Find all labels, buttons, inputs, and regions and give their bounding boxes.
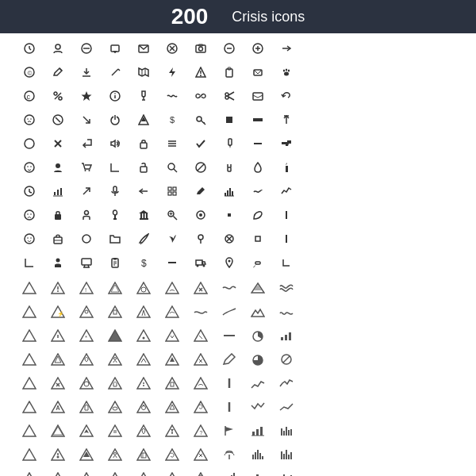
- svg-marker-314: [109, 473, 121, 476]
- icon-lock: [130, 132, 157, 155]
- icon-mtn2: [244, 301, 271, 323]
- svg-point-58: [225, 96, 228, 99]
- svg-marker-209: [109, 330, 121, 341]
- svg-point-129: [30, 213, 32, 215]
- icon-row-17: ?: [16, 419, 460, 443]
- icon-menu: [159, 132, 186, 155]
- icon-piechart: [244, 324, 271, 347]
- svg-rect-163: [82, 259, 91, 265]
- svg-rect-178: [255, 262, 260, 264]
- svg-rect-168: [113, 258, 117, 260]
- svg-point-43: [286, 69, 287, 71]
- svg-line-214: [199, 336, 202, 339]
- icon-warn3: !: [73, 277, 100, 299]
- icon-tri8-e: [130, 467, 157, 476]
- icon-dash2: [159, 251, 186, 274]
- icon-linechart5: [273, 396, 300, 418]
- icon-tri6-e: [130, 420, 157, 442]
- icon-tri3-e: [130, 348, 157, 370]
- icon-line: [273, 204, 300, 226]
- svg-marker-296: [194, 449, 207, 460]
- svg-line-69: [83, 117, 90, 123]
- icon-back: [130, 180, 157, 202]
- icon-clipboard: [216, 61, 243, 83]
- svg-point-148: [25, 234, 34, 244]
- svg-line-28: [118, 69, 120, 71]
- icon-tri2-d: [102, 324, 129, 347]
- svg-rect-112: [60, 188, 62, 195]
- svg-line-100: [174, 169, 177, 172]
- svg-marker-258: [166, 401, 178, 413]
- icon-tri6-g: ?: [187, 420, 214, 442]
- icon-smallsquare: [216, 204, 243, 226]
- icon-tri7-d: [102, 443, 129, 466]
- svg-rect-276: [252, 432, 255, 436]
- icon-barchart6: [244, 467, 271, 476]
- icon-edit2: [216, 348, 243, 370]
- icon-mail3: [244, 85, 271, 107]
- icon-wave2: [216, 277, 243, 299]
- icon-copyright: ©: [16, 61, 43, 83]
- icon-no2: [44, 109, 71, 131]
- icon-tri5-e: [130, 396, 157, 418]
- svg-rect-123: [227, 190, 228, 196]
- icon-percent: [44, 85, 71, 107]
- svg-text:!: !: [85, 286, 86, 294]
- svg-rect-306: [283, 454, 285, 459]
- icon-undo: [273, 85, 300, 107]
- svg-point-95: [56, 163, 60, 168]
- svg-rect-308: [288, 455, 290, 459]
- svg-point-162: [56, 259, 60, 263]
- svg-rect-110: [54, 192, 56, 195]
- svg-marker-245: [166, 378, 178, 389]
- icon-row-18: [16, 443, 460, 466]
- icon-wave5: [273, 301, 300, 323]
- icon-tri7-b: [44, 443, 71, 466]
- svg-rect-137: [144, 213, 145, 218]
- icon-scissors: [216, 85, 243, 107]
- svg-point-35: [200, 75, 202, 76]
- svg-marker-212: [166, 330, 178, 341]
- svg-rect-283: [288, 430, 290, 436]
- icon-truck: [187, 251, 214, 274]
- icon-circle-ban: [273, 348, 300, 370]
- icon-circle-c: c: [16, 85, 43, 107]
- svg-point-182: [57, 290, 59, 292]
- icon-tri7-c: [73, 443, 100, 466]
- icon-row-12: ⚡: [16, 300, 460, 324]
- svg-rect-124: [229, 188, 231, 196]
- icon-rect: [244, 109, 271, 131]
- icon-linechart: [273, 180, 300, 202]
- icon-candle: [273, 156, 300, 178]
- svg-rect-120: [168, 192, 171, 195]
- svg-point-127: [25, 210, 34, 220]
- icon-row-3: c: [16, 84, 460, 108]
- svg-rect-85: [140, 143, 147, 148]
- svg-point-149: [27, 237, 29, 239]
- svg-point-53: [114, 93, 116, 94]
- svg-line-68: [56, 117, 60, 122]
- icon-return: [73, 132, 100, 155]
- svg-point-3: [56, 44, 60, 49]
- icon-tri3-a: [16, 348, 43, 370]
- icon-tri-a: [16, 301, 43, 323]
- icon-tri4-b: [44, 372, 71, 394]
- icon-tri5-d: [102, 396, 129, 418]
- icon-x: [44, 132, 71, 155]
- icon-quill: [130, 228, 157, 250]
- icon-minus-circle: [216, 37, 243, 60]
- svg-line-60: [228, 97, 234, 100]
- icon-tri8-b: ☢: [44, 467, 71, 476]
- icon-tri5-f: [159, 396, 186, 418]
- icon-arrow-down-right: [73, 109, 100, 131]
- icon-vbar2: [216, 396, 243, 418]
- svg-point-256: [142, 406, 146, 410]
- icon-tri7-g: [187, 443, 214, 466]
- icon-gun: [273, 132, 300, 155]
- svg-rect-130: [55, 214, 61, 220]
- icon-row-6: [16, 155, 460, 179]
- svg-point-240: [84, 382, 89, 386]
- icon-link: [187, 85, 214, 107]
- svg-text:$: $: [141, 258, 147, 268]
- icons-area: © c $: [0, 33, 476, 476]
